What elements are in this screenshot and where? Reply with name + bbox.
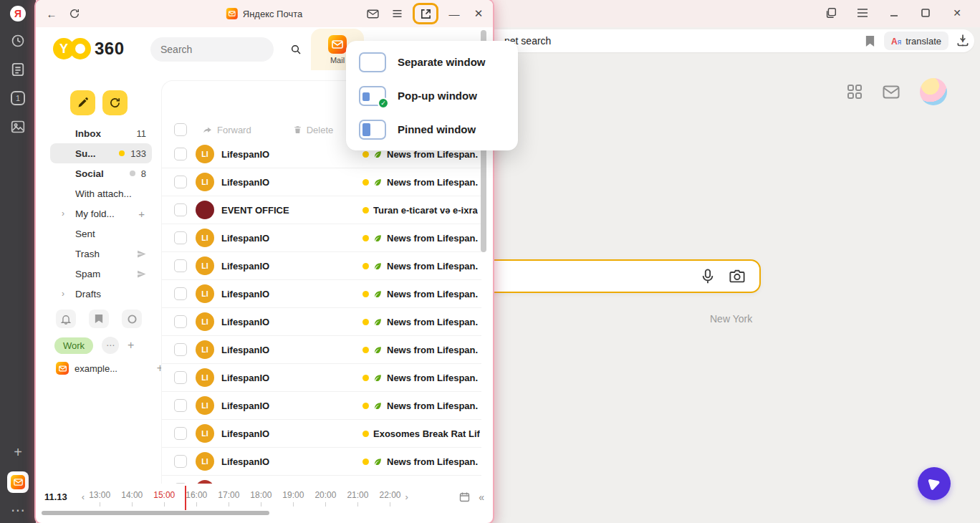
folder-label: With attach... xyxy=(75,188,132,199)
yandex-logo-icon[interactable]: Я xyxy=(10,6,26,21)
message-row[interactable]: LILifespanIONews from Lifespan. xyxy=(162,392,481,420)
minimize-icon[interactable] xyxy=(887,6,901,20)
alice-assistant-button[interactable] xyxy=(918,467,951,500)
add-panel-icon[interactable]: + xyxy=(14,444,22,461)
calendar-icon[interactable] xyxy=(459,491,470,502)
message-row[interactable]: LILifespanIOExosomes Break Rat Lif xyxy=(162,420,481,448)
empty-folder-icon[interactable] xyxy=(137,249,146,259)
bell-icon[interactable] xyxy=(56,310,76,328)
forward-button[interactable]: Forward xyxy=(202,125,251,135)
circle-filter-icon[interactable] xyxy=(122,310,142,328)
mail-search-bar[interactable] xyxy=(150,37,274,62)
sender-avatar: LI xyxy=(196,284,214,303)
message-checkbox[interactable] xyxy=(174,315,187,328)
rail-more-icon[interactable]: ⋯ xyxy=(11,502,25,519)
separate-window-icon xyxy=(359,52,386,72)
maximize-icon[interactable] xyxy=(918,6,933,20)
add-folder-button[interactable]: + xyxy=(138,208,145,220)
back-icon[interactable]: ← xyxy=(43,5,60,22)
message-row[interactable]: LILifespanIONews from Lifespan. xyxy=(162,364,481,392)
message-row[interactable]: LILifespanIONews from Lifespan. xyxy=(162,252,481,280)
mail-envelope-icon[interactable] xyxy=(883,85,900,99)
notes-icon[interactable] xyxy=(11,62,25,77)
message-checkbox[interactable] xyxy=(174,148,187,160)
popup-menu-icon[interactable] xyxy=(388,5,405,22)
folder-item-su[interactable]: Su...133 xyxy=(50,143,152,163)
message-checkbox[interactable] xyxy=(174,231,187,244)
message-checkbox[interactable] xyxy=(174,176,187,188)
folder-label: Social xyxy=(75,168,104,179)
refresh-mail-button[interactable] xyxy=(102,90,128,115)
collapse-timeline-icon[interactable]: « xyxy=(479,491,484,503)
message-checkbox[interactable] xyxy=(174,399,187,412)
refresh-icon[interactable] xyxy=(66,5,83,22)
folder-item-drafts[interactable]: ›Drafts xyxy=(50,284,152,304)
folder-item-spam[interactable]: Spam xyxy=(50,264,152,284)
location-hint: New York xyxy=(710,313,752,325)
timeline-hours: 13:0014:0015:0016:0017:0018:0019:0020:00… xyxy=(89,490,400,500)
folder-item-sent[interactable]: Sent xyxy=(50,224,152,244)
account-row[interactable]: example... + xyxy=(56,362,163,375)
menu-icon[interactable] xyxy=(855,6,870,20)
message-row[interactable]: LILifespanIONews from Lifespan. xyxy=(162,168,481,196)
timeline-prev-icon[interactable]: ‹ xyxy=(82,491,85,502)
message-checkbox[interactable] xyxy=(174,203,187,216)
timeline-next-icon[interactable]: › xyxy=(405,491,408,502)
image-search-icon[interactable] xyxy=(729,269,745,283)
browser-side-rail: Я 1 + ⋯ xyxy=(0,0,36,523)
voice-search-icon[interactable] xyxy=(701,269,715,284)
message-row[interactable] xyxy=(162,476,481,484)
work-label[interactable]: Work xyxy=(54,337,93,354)
horizontal-scrollbar[interactable] xyxy=(42,511,269,515)
message-checkbox[interactable] xyxy=(174,259,187,272)
search-text-field[interactable] xyxy=(486,261,686,292)
mail-search-input[interactable] xyxy=(160,44,290,55)
logo-360-text: 360 xyxy=(95,39,125,59)
message-row[interactable]: LILifespanIONews from Lifespan. xyxy=(162,280,481,308)
compose-button[interactable] xyxy=(70,90,95,115)
select-all-checkbox[interactable] xyxy=(174,123,187,136)
translate-button[interactable]: Aя translate xyxy=(884,32,948,50)
message-checkbox[interactable] xyxy=(174,427,187,440)
bookmark-icon[interactable] xyxy=(865,35,875,47)
message-row[interactable]: LILifespanIONews from Lifespan. xyxy=(162,224,481,252)
close-icon[interactable]: ✕ xyxy=(950,6,964,20)
history-icon[interactable] xyxy=(11,34,25,48)
unread-dot xyxy=(362,347,369,353)
message-checkbox[interactable] xyxy=(174,371,187,384)
folder-item-social[interactable]: Social8 xyxy=(50,163,152,183)
folder-item-trash[interactable]: Trash xyxy=(50,244,152,264)
mail-mode-icon[interactable] xyxy=(364,5,381,22)
profile-avatar[interactable] xyxy=(920,78,947,105)
message-row[interactable]: EVENT OFFICETuran e-ticarət və e-ixra xyxy=(162,196,481,224)
empty-folder-icon[interactable] xyxy=(137,269,146,279)
message-row[interactable]: LILifespanIONews from Lifespan. xyxy=(162,336,481,364)
bookmark-flag-icon[interactable] xyxy=(89,310,109,328)
message-checkbox[interactable] xyxy=(174,455,187,468)
message-row[interactable]: LILifespanIONews from Lifespan. xyxy=(162,308,481,336)
address-bar[interactable]: net search Aя translate ⋮ xyxy=(484,29,974,52)
gallery-icon[interactable] xyxy=(11,120,25,134)
apps-grid-icon[interactable] xyxy=(847,84,863,100)
add-label-icon[interactable]: + xyxy=(128,339,134,352)
page-search-input[interactable] xyxy=(484,259,761,293)
download-icon[interactable] xyxy=(956,33,970,47)
popup-close-icon[interactable]: ✕ xyxy=(470,5,487,22)
menu-item-separate-window[interactable]: Separate window xyxy=(346,45,518,79)
tabs-icon[interactable] xyxy=(824,6,838,20)
window-mode-button-highlighted[interactable] xyxy=(413,3,438,24)
message-checkbox[interactable] xyxy=(174,343,187,356)
label-options-icon[interactable]: ⋯ xyxy=(102,337,119,354)
message-row[interactable]: LILifespanIONews from Lifespan. xyxy=(162,448,481,476)
message-checkbox[interactable] xyxy=(174,287,187,300)
delete-button[interactable]: Delete xyxy=(293,125,334,135)
message-subject: Turan e-ticarət və e-ixra xyxy=(373,205,478,216)
popup-minimize-icon[interactable]: — xyxy=(446,5,463,22)
folder-item-inbox[interactable]: Inbox11 xyxy=(50,123,152,143)
tab-counter-icon[interactable]: 1 xyxy=(11,91,25,105)
folder-item-with-attach[interactable]: With attach... xyxy=(50,183,152,203)
folder-item-my-fold[interactable]: ›My fold...+ xyxy=(50,203,152,224)
yandex-mail-app-icon[interactable] xyxy=(7,471,29,493)
menu-item-pop-up-window[interactable]: ✓Pop-up window xyxy=(346,79,518,112)
menu-item-pinned-window[interactable]: Pinned window xyxy=(346,112,518,146)
